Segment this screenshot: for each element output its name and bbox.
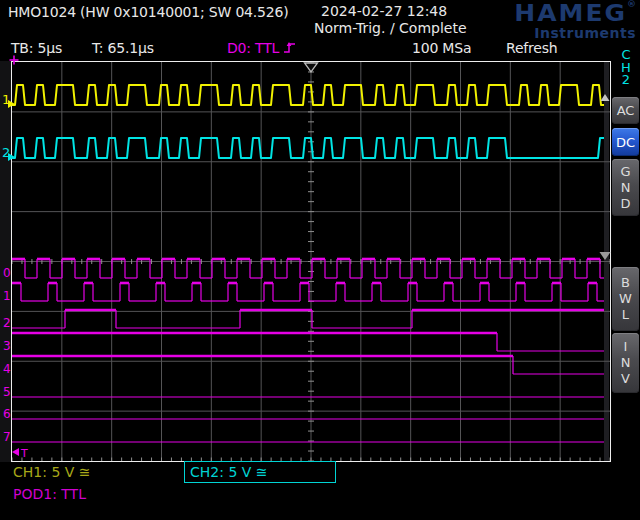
svg-text:4: 4	[3, 362, 11, 376]
svg-text:7: 7	[3, 430, 11, 444]
sidebar-channel-label: CH2	[612, 49, 640, 87]
svg-text:5: 5	[3, 385, 11, 399]
svg-text:1: 1	[3, 289, 11, 303]
invert-button[interactable]: INV	[612, 333, 639, 393]
oscilloscope-screen: HMO1024 (HW 0x10140001; SW 04.526) 2024-…	[0, 0, 640, 520]
coupling-ac-button[interactable]: AC	[612, 97, 639, 124]
ch2-status-readout-selected[interactable]: CH2: 5 V ≅	[184, 461, 336, 483]
pod1-status-readout: POD1: TTL	[13, 486, 86, 502]
coupling-dc-button[interactable]: DC	[612, 128, 639, 156]
svg-text:2: 2	[3, 316, 11, 330]
coupling-gnd-button[interactable]: GND	[612, 159, 639, 216]
svg-text:0: 0	[3, 266, 11, 280]
svg-text:6: 6	[3, 407, 11, 421]
waveform-display: 0123456712T	[0, 0, 640, 520]
svg-text:T: T	[20, 447, 28, 460]
bandwidth-limit-button[interactable]: BWL	[612, 267, 639, 331]
svg-text:3: 3	[3, 339, 11, 353]
ch1-status-readout: CH1: 5 V ≅	[13, 464, 91, 480]
